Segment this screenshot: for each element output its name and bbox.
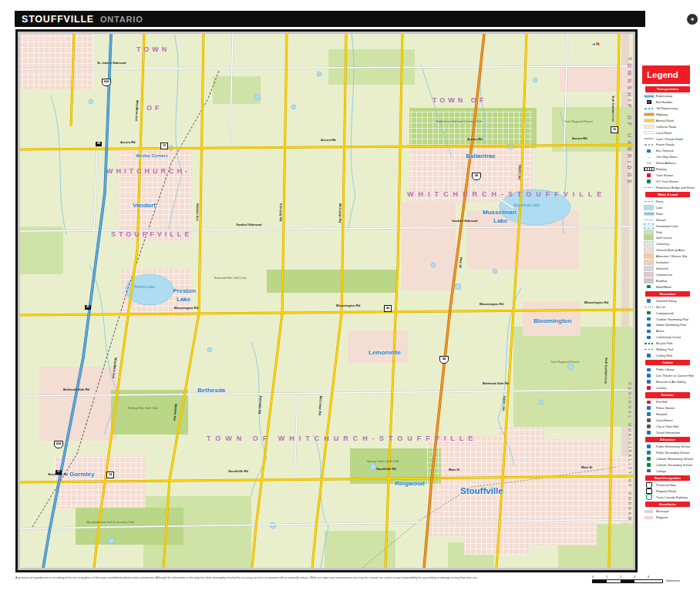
legend-swatch-fill [644,205,654,210]
route-shield: 48 [439,356,449,364]
legend-item: Train Station [642,172,695,178]
legend-swatch-line-dash [644,106,654,111]
legend-swatch-line-dash [644,347,654,352]
legend-swatch-text123: 123 [644,161,654,166]
legend-body: TransportationExpressway12Exit NumberTol… [642,86,695,521]
legend-item-label: Court House [656,418,673,422]
map-label: Stouffville Rd [376,468,396,471]
legend-item: Arterial Road [642,117,695,123]
scale-tick-label: 0 [592,576,594,579]
legend-section-water-land: Water & Land [645,192,690,198]
map-label: Aurora Rd [120,141,136,144]
map-label: Warden Ave [173,404,177,421]
legend-item: →One Way Street [642,154,695,160]
scale-unit-label: Kilometres [666,579,680,582]
legend-item-label: Street Address [656,161,676,165]
map-frame: N TOWNOFWHITCHURCH-STOUFFVILLETOWN OFWHI… [15,29,638,572]
map-label: Rolling Hills Golf Club [128,407,158,410]
legend-item: Catholic Secondary School [642,461,695,468]
map-label: Main St [581,466,592,469]
legend-swatch-fill [644,236,654,240]
court-house-icon [644,418,654,423]
legend-item: 12Exit Number [642,99,695,106]
legend-item-label: Municipal [656,509,668,513]
map-label: TOWN OF [432,97,486,105]
library-icon [644,367,654,372]
legend-item-label: Attraction / Historic Site [656,254,687,258]
legend-item: Arena [642,328,695,334]
map-label: Lemonville [369,350,401,357]
legend-item: Public Elementary School [642,444,695,450]
map-label: Musselman Lake [513,204,540,208]
legend-swatch-shield-tch [644,495,654,499]
legend-item-label: College [656,469,666,473]
legend-swatch-line-thin [644,217,654,222]
legend-item: College [642,468,695,474]
map-label: Vandorf Sideroad [452,220,477,223]
legend-item-label: Railway [656,167,667,171]
legend-item: Hotel/Motel [642,284,695,290]
legend-swatch-fill [644,278,654,283]
legend-item-label: Train Station [656,173,673,177]
legend-item-label: Expressway [656,94,672,98]
legend-item: Highway [642,112,695,118]
legend-item-label: Exit Number [656,100,672,104]
arena-icon [644,329,654,334]
legend-swatch-line-dot [644,304,654,309]
legend-title: Legend [642,65,690,84]
outdoor-pool-icon [644,317,654,321]
legend-item: Public Library [642,367,695,373]
school-icon [644,451,654,455]
map-label: Stouffville Rd [228,470,248,473]
legend-item-label: Catholic Secondary School [656,463,692,467]
legend-item: Live Theatre or Concert Hall [642,373,695,379]
map-label: Bethesda [197,388,225,394]
legend-item: Indoor Swimming Pool [642,322,695,328]
page-subtitle: ONTARIO [100,15,143,24]
legend-item-label: Park [656,230,662,234]
legend-item: Institution [642,260,695,266]
scale-segment [634,580,648,582]
scale-tick-label: 3 [634,576,635,579]
legend-swatch-line-dash [644,143,654,147]
legend-section-services: Services [645,392,690,398]
legend-section-transportation: Transportation [645,86,690,92]
legend-item-label: Local Road [656,131,671,135]
legend-item-label: Walking Trail [656,347,673,351]
map-label: Bloomington Rd [336,304,360,307]
legend-item-label: Bus Terminal [656,149,673,153]
north-arrow-icon: N [592,42,600,46]
legend-swatch-line-thin [644,136,654,141]
legend-item-label: Public Secondary School [656,451,689,455]
legend-item: Provincial Hwy [642,482,695,488]
map-label: Aurora Rd [467,138,483,141]
legend-item: Public Secondary School [642,450,695,456]
legend-item-label: Cemetery [656,242,669,246]
legend-item-label: Lake [656,206,662,210]
legend-swatch-line-dot [644,185,654,190]
legend-section-road-designation: Road Designation [645,475,690,482]
map-label: Emerald Hills Golf Club [214,277,246,280]
legend-swatch-shield-prov [644,483,654,488]
legend-swatch-exit: 12 [644,100,654,105]
route-shield: 404 [54,441,63,448]
fire-hall-icon [644,400,654,404]
legend-item: Outdoor Swimming Pool [642,316,695,322]
cinema-icon [644,385,654,390]
legend-item: Commercial [642,271,695,277]
legend-item: Cemetery [642,241,695,247]
scale-tick-label: 1 [606,576,607,579]
map-label: Musselman [483,210,517,216]
legend-section-recreation: Recreation [645,291,690,297]
map-label: St. John's Sideroad [97,62,126,65]
legend-item-label: One Way Street [656,155,678,159]
scale-segments [592,579,663,583]
map-page: STOUFFVILLE ONTARIO ✶ [0,0,700,594]
map-label: TOWN [136,46,170,54]
legend-item: Travel Information [642,429,695,435]
college-icon [644,468,654,473]
legend-item: General Built-up Area [642,247,695,253]
legend-item: Railway [642,166,695,173]
legend-item: Museum or Art Gallery [642,379,695,385]
legend-item: Walking Trail [642,347,695,353]
